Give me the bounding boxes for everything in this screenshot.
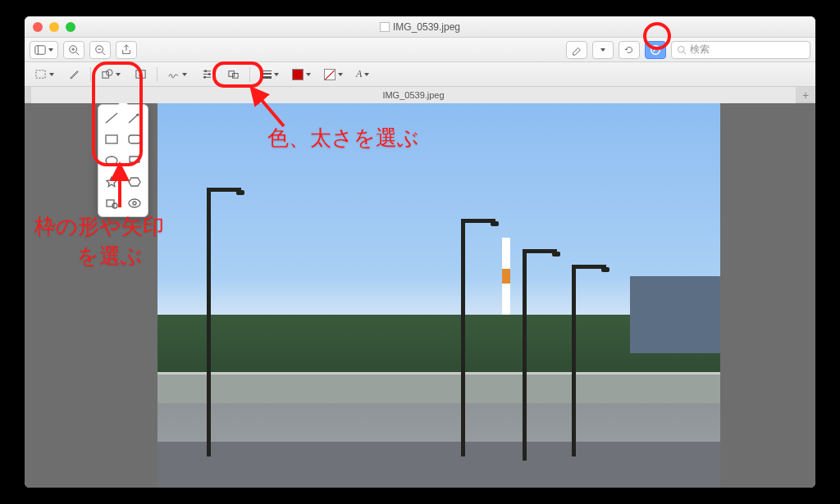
file-type-icon [380,22,390,32]
svg-point-17 [204,70,207,72]
preview-window: IMG_0539.jpeg 検索 [25,16,815,488]
chevron-down-icon [182,73,187,76]
document-tab[interactable]: IMG_0539.jpeg [31,87,796,103]
share-button[interactable] [116,41,137,59]
resize-icon [227,68,240,80]
shapes-icon [101,68,113,80]
close-window-button[interactable] [33,22,43,32]
photo-layer [158,442,720,488]
selection-rect-icon [34,68,47,80]
tab-strip: IMG_0539.jpeg + [25,87,815,103]
chevron-down-icon [49,73,54,76]
svg-rect-25 [129,135,140,143]
svg-line-11 [683,52,686,54]
sidebar-icon [34,44,46,56]
shape-loupe-button[interactable] [103,195,121,211]
svg-rect-0 [35,45,45,54]
markup-icon [650,44,661,56]
svg-point-26 [106,157,117,165]
svg-point-10 [678,46,685,52]
instant-alpha-button[interactable] [64,66,84,84]
share-icon [121,44,132,56]
line-style-button[interactable] [257,66,282,84]
minimize-window-button[interactable] [49,22,59,32]
markup-toggle-button[interactable] [645,41,666,59]
chevron-down-icon [116,73,121,76]
selection-tool-button[interactable] [31,66,57,84]
text-box-icon: A [135,68,147,80]
svg-line-22 [106,113,117,123]
rotate-button[interactable] [619,41,640,59]
markup-toolbar: A A [25,62,815,87]
chevron-down-icon [364,73,369,76]
shape-rounded-rect-button[interactable] [126,131,144,148]
svg-point-14 [107,70,113,76]
svg-rect-21 [232,74,238,79]
chevron-down-icon [274,73,279,76]
border-color-button[interactable] [289,66,314,84]
toolbar-divider [157,67,158,82]
new-tab-button[interactable]: + [796,89,815,102]
adjust-color-button[interactable] [197,66,217,84]
zoom-in-button[interactable] [63,41,84,59]
svg-point-28 [112,203,117,208]
svg-point-19 [203,76,206,79]
image-canvas[interactable] [25,103,815,488]
chevron-down-icon [48,48,53,52]
shape-star-button[interactable] [103,174,121,190]
zoom-window-button[interactable] [66,22,75,32]
highlighter-icon [571,44,582,56]
shape-hexagon-button[interactable] [126,174,144,190]
adjust-size-button[interactable] [223,66,243,84]
chevron-down-icon [338,73,343,76]
svg-point-18 [208,73,210,75]
shape-arrow-button[interactable] [126,110,144,126]
shape-mask-button[interactable] [126,195,144,211]
chevron-down-icon [306,73,311,76]
photo-layer [523,249,527,461]
titlebar: IMG_0539.jpeg [25,16,815,38]
search-placeholder: 検索 [690,43,710,57]
photo-layer [207,188,211,456]
toolbar-divider [90,67,91,82]
fill-color-swatch [324,69,336,80]
sign-button[interactable] [164,66,190,84]
svg-line-7 [103,52,106,55]
shapes-button[interactable] [98,66,124,84]
highlight-button[interactable] [566,41,587,59]
svg-rect-24 [106,135,117,143]
svg-text:A: A [138,70,142,78]
rotate-icon [623,44,635,56]
zoom-out-button[interactable] [89,41,111,59]
text-button[interactable]: A [130,66,150,84]
magnifier-minus-icon [94,44,106,56]
shape-line-button[interactable] [103,110,121,126]
search-icon [677,45,687,55]
window-title: IMG_0539.jpeg [25,21,815,33]
text-style-icon: A [356,68,362,80]
svg-point-29 [133,202,136,205]
photo-layer [502,238,510,315]
main-toolbar: 検索 [25,38,815,62]
photo-layer [630,276,720,353]
signature-icon [167,68,180,80]
magnifier-plus-icon [68,44,80,56]
highlight-color-button[interactable] [592,41,614,59]
svg-line-23 [129,114,139,123]
svg-line-3 [76,52,80,55]
sliders-icon [201,68,213,80]
search-field[interactable]: 検索 [671,41,810,59]
shape-ellipse-button[interactable] [103,152,121,169]
border-color-swatch [292,69,304,80]
window-title-text: IMG_0539.jpeg [393,21,460,33]
toolbar-divider [249,67,250,82]
fill-color-button[interactable] [321,66,346,84]
shape-rect-button[interactable] [103,131,121,148]
svg-rect-12 [36,70,45,78]
shapes-popover [98,104,148,217]
line-weight-icon [260,70,272,79]
text-style-button[interactable]: A [353,66,372,84]
photo-layer [572,265,576,457]
sidebar-toggle-button[interactable] [30,41,58,59]
shape-speech-button[interactable] [126,152,144,169]
